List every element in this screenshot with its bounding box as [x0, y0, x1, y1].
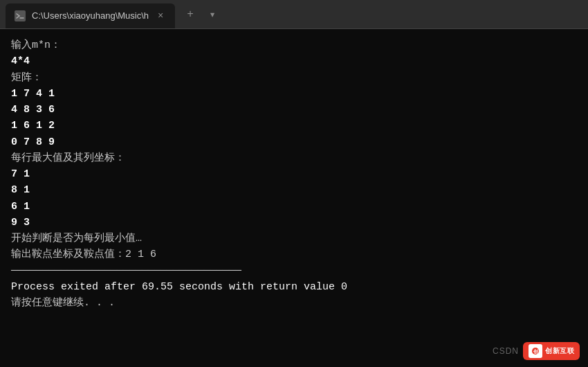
- terminal-line: 每行最大值及其列坐标：: [11, 150, 577, 166]
- csdn-label: CSDN: [493, 345, 519, 358]
- terminal-line: 0 7 8 9: [11, 134, 577, 150]
- terminal-icon: [14, 10, 26, 22]
- watermark: CSDN 创 创新互联: [493, 342, 580, 360]
- tab-title: C:\Users\xiaoyuhang\Music\h: [32, 10, 149, 21]
- terminal-body: 输入m*n：4*4矩阵：1 7 4 14 8 3 61 6 1 20 7 8 9…: [0, 29, 588, 367]
- terminal-line: 开始判断是否为每列最小值…: [11, 231, 577, 247]
- terminal-line: 请按任意键继续. . .: [11, 295, 577, 311]
- terminal-line: 9 3: [11, 215, 577, 231]
- svg-text:创: 创: [533, 349, 538, 355]
- new-tab-button[interactable]: +: [181, 5, 200, 24]
- terminal-line: 4 8 3 6: [11, 102, 577, 118]
- terminal-line: Process exited after 69.55 seconds with …: [11, 279, 577, 295]
- terminal-line: 输出鞍点坐标及鞍点值：2 1 6: [11, 247, 577, 262]
- terminal-line: 7 1: [11, 166, 577, 182]
- logo-icon: 创: [529, 344, 542, 358]
- tab-close-button[interactable]: ×: [154, 10, 167, 22]
- terminal-tab[interactable]: C:\Users\xiaoyuhang\Music\h ×: [6, 3, 175, 28]
- terminal-line: ─────────────────────────────────────: [11, 263, 577, 279]
- terminal-line: 输入m*n：: [11, 37, 577, 53]
- logo-text: 创新互联: [545, 346, 574, 357]
- tab-actions: + ▾: [181, 5, 222, 24]
- title-bar: C:\Users\xiaoyuhang\Music\h × + ▾: [0, 0, 588, 29]
- terminal-line: 8 1: [11, 182, 577, 198]
- terminal-line: 1 7 4 1: [11, 86, 577, 102]
- terminal-line: 6 1: [11, 199, 577, 215]
- terminal-line: 4*4: [11, 53, 577, 69]
- terminal-line: 1 6 1 2: [11, 118, 577, 134]
- logo-badge: 创 创新互联: [523, 342, 580, 360]
- terminal-line: 矩阵：: [11, 70, 577, 86]
- dropdown-button[interactable]: ▾: [203, 5, 222, 24]
